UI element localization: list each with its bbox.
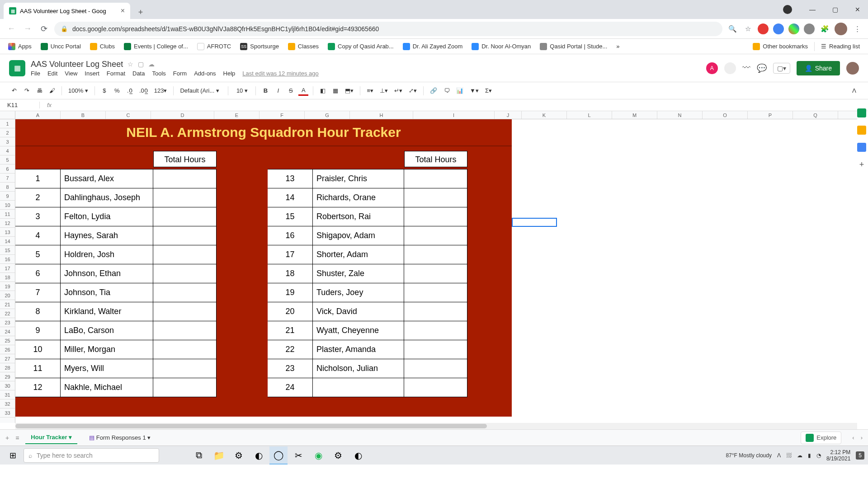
sheet-tab-form-responses[interactable]: ▤ Form Responses 1 ▾ — [84, 432, 156, 444]
reading-list[interactable]: ☰Reading list — [818, 41, 863, 52]
explore-button[interactable]: Explore — [801, 432, 841, 444]
menu-help[interactable]: Help — [223, 70, 236, 77]
tasks-icon[interactable] — [857, 143, 866, 152]
col-header[interactable]: E — [214, 111, 259, 119]
currency-button[interactable]: $ — [99, 86, 109, 95]
row-header[interactable]: 15 — [0, 246, 15, 255]
col-header[interactable]: L — [567, 111, 612, 119]
row-header[interactable]: 8 — [0, 183, 15, 192]
app-icon[interactable]: ⚙ — [230, 446, 248, 465]
row-header[interactable]: 1 — [0, 119, 15, 128]
roster-row[interactable]: 23Nicholson, Julian — [268, 359, 467, 378]
profile-dot[interactable] — [783, 5, 792, 14]
menu-file[interactable]: File — [31, 70, 40, 77]
url-field[interactable]: 🔒 docs.google.com/spreadsheets/d/1waES-w… — [54, 22, 722, 36]
row-header[interactable]: 10 — [0, 201, 15, 210]
roster-hours-cell[interactable] — [404, 302, 467, 321]
browser-tab[interactable]: ▦ AAS Volunteer Log Sheet - Goog × — [4, 3, 130, 19]
activity-icon[interactable]: 〰 — [742, 63, 750, 73]
roster-hours-cell[interactable] — [404, 359, 467, 378]
bookmark-item[interactable]: Uncc Portal — [38, 41, 84, 52]
presence-avatar[interactable]: A — [706, 62, 718, 74]
row-header[interactable]: 12 — [0, 219, 15, 228]
paint-format-button[interactable]: 🖌 — [47, 86, 57, 95]
tray-expand-icon[interactable]: ᐱ — [777, 452, 781, 459]
fontsize-select[interactable]: 10 ▾ — [233, 86, 251, 95]
roster-row[interactable]: 17Shorter, Adam — [268, 245, 467, 264]
menu-view[interactable]: View — [65, 70, 77, 77]
apps-button[interactable]: Apps — [5, 41, 34, 52]
row-header[interactable]: 27 — [0, 354, 15, 363]
col-header[interactable]: A — [15, 111, 61, 119]
new-tab-button[interactable]: + — [134, 5, 147, 19]
row-header[interactable]: 16 — [0, 255, 15, 264]
row-header[interactable]: 22 — [0, 309, 15, 318]
row-header[interactable]: 33 — [0, 408, 15, 418]
scroll-thumb[interactable] — [15, 424, 487, 428]
calendar-icon[interactable] — [857, 108, 866, 117]
text-color-button[interactable]: A — [298, 86, 308, 96]
menu-format[interactable]: Format — [107, 70, 125, 77]
italic-button[interactable]: I — [273, 86, 283, 95]
roster-hours-cell[interactable] — [153, 207, 217, 226]
col-header[interactable]: M — [612, 111, 657, 119]
roster-hours-cell[interactable] — [404, 207, 467, 226]
roster-row[interactable]: 10Miller, Morgan — [15, 340, 217, 359]
roster-row[interactable]: 24 — [268, 378, 467, 397]
battery-icon[interactable]: ▮ — [808, 452, 811, 459]
task-view-icon[interactable]: ⧉ — [190, 446, 208, 465]
reload-button[interactable]: ⟳ — [38, 23, 50, 35]
roster-hours-cell[interactable] — [404, 169, 467, 188]
bookmark-item[interactable]: Dr. Noor Al-Omyan — [469, 41, 533, 52]
presence-avatar-2[interactable] — [724, 62, 736, 74]
col-header[interactable]: G — [305, 111, 350, 119]
roster-hours-cell[interactable] — [404, 226, 467, 245]
extensions-puzzle-icon[interactable]: 🧩 — [819, 23, 830, 34]
bookmark-item[interactable]: SSSportsurge — [237, 41, 282, 52]
roster-hours-cell[interactable] — [404, 188, 467, 207]
row-header[interactable]: 7 — [0, 174, 15, 183]
row-header[interactable]: 32 — [0, 399, 15, 408]
keep-icon[interactable] — [857, 126, 866, 135]
row-header[interactable]: 25 — [0, 336, 15, 345]
clock[interactable]: 2:12 PM 8/19/2021 — [826, 449, 850, 462]
roster-row[interactable]: 19Tuders, Joey — [268, 283, 467, 302]
settings-icon[interactable]: ⚙ — [329, 446, 347, 465]
roster-row[interactable]: 12Nakhle, Michael — [15, 378, 217, 397]
add-panel-icon[interactable]: + — [857, 160, 866, 169]
roster-row[interactable]: 15Robertson, Rai — [268, 207, 467, 226]
roster-row[interactable]: 16Shigapov, Adam — [268, 226, 467, 245]
col-header[interactable]: I — [413, 111, 495, 119]
dec-decrease-button[interactable]: .0̲ — [125, 86, 135, 95]
roster-hours-cell[interactable] — [153, 359, 217, 378]
extension-icon[interactable] — [773, 23, 784, 34]
strike-button[interactable]: S — [286, 86, 296, 95]
row-header[interactable]: 19 — [0, 282, 15, 291]
roster-hours-cell[interactable] — [153, 226, 217, 245]
roster-row[interactable]: 20Vick, David — [268, 302, 467, 321]
move-icon[interactable]: ▢ — [138, 61, 144, 68]
sheet-scroll-right-icon[interactable]: › — [861, 434, 863, 441]
steam-alt-icon[interactable]: ◐ — [349, 446, 367, 465]
scrollbar-horizontal[interactable] — [15, 423, 857, 429]
chrome-icon[interactable]: ◯ — [269, 446, 288, 465]
link-button[interactable]: 🔗 — [428, 86, 439, 95]
bookmark-item[interactable]: Classes — [285, 41, 321, 52]
zoom-icon[interactable]: 🔍 — [727, 23, 738, 34]
grid[interactable]: NEIL A. Armstrong Squadron Hour Tracker … — [15, 119, 857, 423]
row-header[interactable]: 31 — [0, 390, 15, 399]
row-header[interactable]: 6 — [0, 164, 15, 174]
explorer-icon[interactable]: 📁 — [210, 446, 228, 465]
roster-hours-cell[interactable] — [404, 340, 467, 359]
col-header[interactable]: F — [259, 111, 305, 119]
share-button[interactable]: 👤Share — [797, 61, 840, 75]
row-header[interactable]: 13 — [0, 228, 15, 237]
roster-hours-cell[interactable] — [153, 188, 217, 207]
percent-button[interactable]: % — [112, 86, 122, 95]
roster-row[interactable]: 14Richards, Orane — [268, 188, 467, 207]
wifi-icon[interactable]: ◔ — [816, 452, 821, 459]
menu-insert[interactable]: Insert — [85, 70, 99, 77]
comment-insert-button[interactable]: 🗨 — [442, 86, 452, 95]
all-sheets-button[interactable]: ≡ — [15, 434, 19, 441]
roster-hours-cell[interactable] — [404, 321, 467, 340]
